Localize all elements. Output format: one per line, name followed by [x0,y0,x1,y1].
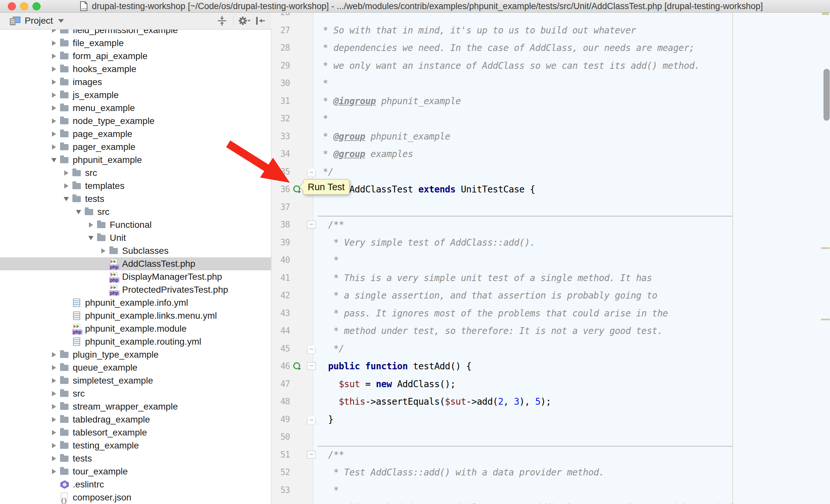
code-line[interactable]: 40 * [272,251,830,269]
chevron-down-icon[interactable] [73,210,85,214]
tree-item-form-api-example[interactable]: form_api_example [0,49,272,63]
chevron-right-icon[interactable] [48,352,60,357]
close-window-button[interactable] [8,2,16,10]
tree-item-src[interactable]: src [0,167,272,179]
chevron-right-icon[interactable] [48,105,60,111]
chevron-right-icon[interactable] [48,67,60,72]
code-line[interactable]: 41 * This is a very simple unit test of … [272,269,830,287]
chevron-right-icon[interactable] [48,417,60,422]
code-line[interactable]: 53 * [272,481,830,499]
fold-marker[interactable]: − [307,221,316,229]
tree-item-node-type-example[interactable]: node_type_example [0,114,272,128]
code-line[interactable]: 33 * @group phpunit_example [272,128,830,145]
chevron-right-icon[interactable] [48,131,60,137]
fold-marker[interactable]: − [307,168,316,177]
project-panel-title[interactable]: Project [25,15,53,26]
code-line[interactable]: 42 * a single assertion, and that assert… [272,287,830,304]
code-line[interactable]: 39 * Very simple test of AddClass::add()… [272,234,830,251]
tree-item-subclasses[interactable]: Subclasses [0,244,272,257]
code-line[interactable]: 29 * we only want an instance of AddClas… [272,57,830,75]
code-line[interactable]: 34 * @group examples [272,145,830,163]
tree-item-plugin-type-example[interactable]: plugin_type_example [0,348,272,361]
editor-scrollbar[interactable] [824,69,830,121]
zoom-window-button[interactable] [32,2,40,10]
collapse-all-icon[interactable] [217,15,228,26]
tree-item-phpunit-example[interactable]: phpunit_example [0,154,272,167]
code-line[interactable]: 52 * Test AddClass::add() with a data pr… [272,464,830,481]
tree-item-protectedprivatestest-php[interactable]: phpProtectedPrivatesTest.php [0,283,272,296]
tree-item-phpunit-example-links-menu-yml[interactable]: phpunit_example.links.menu.yml [0,309,272,322]
tree-item--eslintrc[interactable]: .eslintrc [0,478,272,491]
chevron-right-icon[interactable] [85,222,97,228]
chevron-down-icon[interactable] [58,19,64,23]
chevron-right-icon[interactable] [48,144,60,149]
fold-marker[interactable]: − [307,345,316,354]
tree-item-tests[interactable]: tests [0,452,272,465]
code-line[interactable]: 30 * [272,74,830,92]
tree-item-tabledrag-example[interactable]: tabledrag_example [0,413,272,426]
gear-icon[interactable] [237,15,251,27]
minimize-window-button[interactable] [20,2,28,10]
code-line[interactable]: 37 [272,198,830,216]
fold-marker[interactable]: − [307,451,316,459]
code-line[interactable]: 45− */ [272,340,830,358]
chevron-right-icon[interactable] [48,54,60,59]
tree-item-phpunit-example-info-yml[interactable]: phpunit_example.info.yml [0,296,272,309]
tree-item-phpunit-example-routing-yml[interactable]: phpunit_example.routing.yml [0,335,272,348]
tree-item-composer-json[interactable]: {}composer.json [0,491,272,504]
tree-item-displaymanagertest-php[interactable]: phpDisplayManagerTest.php [0,270,272,283]
tree-item-tour-example[interactable]: tour_example [0,465,272,478]
code-line[interactable]: 47 $sut = new AddClass(); [272,375,830,393]
code-line[interactable]: 31 * @ingroup phpunit_example [272,92,830,110]
chevron-right-icon[interactable] [48,40,60,46]
code-line[interactable]: 43 * pass. It ignores most of the proble… [272,304,830,322]
chevron-right-icon[interactable] [48,93,60,98]
tree-item-functional[interactable]: Functional [0,219,272,231]
tree-item-tablesort-example[interactable]: tablesort_example [0,426,272,439]
chevron-right-icon[interactable] [60,183,72,189]
chevron-down-icon[interactable] [85,236,97,240]
run-test-tooltip[interactable]: Run Test [303,179,350,195]
tree-item-unit[interactable]: Unit [0,231,272,244]
tree-item-images[interactable]: images [0,76,272,89]
chevron-right-icon[interactable] [97,248,109,254]
fold-marker[interactable]: − [307,415,316,425]
code-line[interactable]: 35− */ [272,163,830,181]
tree-item-menu-example[interactable]: menu_example [0,102,272,114]
tree-item-page-example[interactable]: page_example [0,128,272,140]
code-line[interactable]: 27 * So with that in mind, it's up to us… [272,22,830,39]
code-line[interactable]: 36class AddClassTest extends UnitTestCas… [272,180,830,198]
tree-item-simpletest-example[interactable]: simpletest_example [0,374,272,387]
chevron-right-icon[interactable] [48,443,60,448]
code-line[interactable]: 50 [272,428,830,446]
tree-item-tests[interactable]: tests [0,193,272,205]
chevron-down-icon[interactable] [48,158,60,162]
code-line[interactable]: 28 * dependencies we need. In the case o… [272,39,830,57]
chevron-right-icon[interactable] [48,365,60,370]
chevron-down-icon[interactable] [60,197,72,201]
code-line[interactable]: 32 * [272,110,830,128]
chevron-right-icon[interactable] [60,170,72,175]
code-line[interactable]: 46− public function testAdd() { [272,357,830,375]
code-line[interactable]: 51− /** [272,446,830,464]
code-line[interactable]: 54 * This method is very similar to test… [272,499,830,504]
tree-item-stream-wrapper-example[interactable]: stream_wrapper_example [0,400,272,413]
stripe-marker[interactable] [822,12,829,15]
tree-item-src[interactable]: src [0,205,272,219]
code-line[interactable]: 26 [272,12,830,22]
tree-item-queue-example[interactable]: queue_example [0,361,272,374]
stripe-marker[interactable] [821,247,830,249]
stripe-marker[interactable] [821,319,830,320]
tree-item-hooks-example[interactable]: hooks_example [0,63,272,76]
chevron-right-icon[interactable] [48,79,60,85]
fold-marker[interactable]: − [307,362,316,370]
tree-item-templates[interactable]: templates [0,179,272,193]
code-line[interactable]: 38− /** [272,216,830,234]
chevron-right-icon[interactable] [48,456,60,461]
tree-item-testing-example[interactable]: testing_example [0,439,272,452]
chevron-right-icon[interactable] [48,378,60,383]
chevron-right-icon[interactable] [48,119,60,124]
tree-item-phpunit-example-module[interactable]: phpphpunit_example.module [0,322,272,335]
code-line[interactable]: 44 * method under test, so therefore: It… [272,322,830,340]
tree-item-file-example[interactable]: file_example [0,37,272,49]
